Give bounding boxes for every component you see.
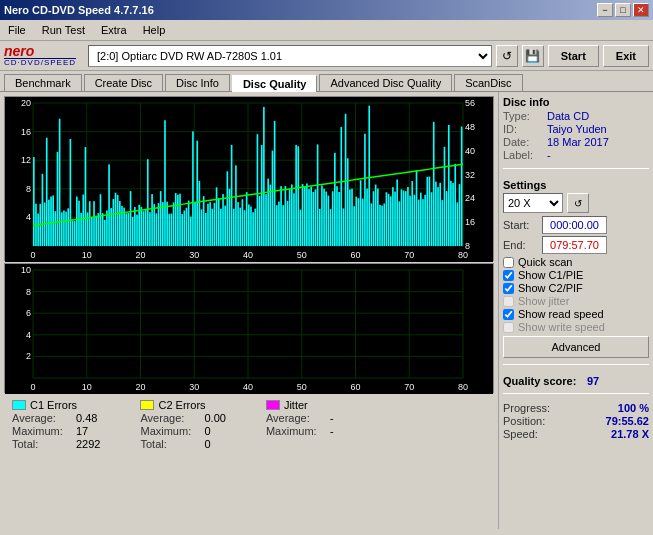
position-value: 79:55.62 (606, 415, 649, 427)
divider-3 (503, 393, 649, 394)
progress-value: 100 % (618, 402, 649, 414)
date-key: Date: (503, 136, 543, 148)
minimize-button[interactable]: − (597, 3, 613, 17)
advanced-button[interactable]: Advanced (503, 336, 649, 358)
label-key: Label: (503, 149, 543, 161)
c2-title: C2 Errors (158, 399, 205, 411)
refresh-button[interactable]: ↺ (496, 45, 518, 67)
settings-section: Settings 20 X ↺ Start: End: Quick scan (503, 179, 649, 358)
c1pie-checkbox[interactable] (503, 270, 514, 281)
id-key: ID: (503, 123, 543, 135)
tab-disc-info[interactable]: Disc Info (165, 74, 230, 91)
app-title: Nero CD-DVD Speed 4.7.7.16 (4, 4, 154, 16)
disc-info-title: Disc info (503, 96, 649, 108)
exit-button[interactable]: Exit (603, 45, 649, 67)
tab-disc-quality[interactable]: Disc Quality (232, 75, 318, 92)
jitter-color-box (266, 400, 280, 410)
menu-help[interactable]: Help (139, 22, 170, 38)
logo-top: nero (4, 44, 76, 58)
quality-row: Quality score: 97 (503, 375, 649, 387)
jitter-label: Show jitter (518, 295, 569, 307)
c1-maximum-label: Maximum: (12, 425, 72, 437)
divider-2 (503, 364, 649, 365)
progress-label: Progress: (503, 402, 550, 414)
speed-value: 21.78 X (611, 428, 649, 440)
read-speed-checkbox[interactable] (503, 309, 514, 320)
tab-advanced-disc-quality[interactable]: Advanced Disc Quality (319, 74, 452, 91)
menu-run-test[interactable]: Run Test (38, 22, 89, 38)
c2-total-label: Total: (140, 438, 200, 450)
c2-legend: C2 Errors Average: 0.00 Maximum: 0 Total… (140, 399, 225, 450)
save-button[interactable]: 💾 (522, 45, 544, 67)
c2pif-row: Show C2/PIF (503, 282, 649, 294)
divider-1 (503, 168, 649, 169)
c1pie-row: Show C1/PIE (503, 269, 649, 281)
menu-extra[interactable]: Extra (97, 22, 131, 38)
type-key: Type: (503, 110, 543, 122)
jitter-average-value: - (330, 412, 334, 424)
main-content: C1 Errors Average: 0.48 Maximum: 17 Tota… (0, 92, 653, 529)
nero-logo: nero CD·DVD/SPEED (4, 44, 76, 67)
close-button[interactable]: ✕ (633, 3, 649, 17)
c2pif-label: Show C2/PIF (518, 282, 583, 294)
c1-legend: C1 Errors Average: 0.48 Maximum: 17 Tota… (12, 399, 100, 450)
speed-refresh-button[interactable]: ↺ (567, 193, 589, 213)
c1-total-label: Total: (12, 438, 72, 450)
drive-selector[interactable]: [2:0] Optiarc DVD RW AD-7280S 1.01 (88, 45, 492, 67)
jitter-title: Jitter (284, 399, 308, 411)
tab-benchmark[interactable]: Benchmark (4, 74, 82, 91)
c2-maximum-value: 0 (204, 425, 210, 437)
c1-chart (4, 96, 494, 261)
start-button[interactable]: Start (548, 45, 599, 67)
read-speed-row: Show read speed (503, 308, 649, 320)
jitter-maximum-label: Maximum: (266, 425, 326, 437)
c2-average-label: Average: (140, 412, 200, 424)
legend-area: C1 Errors Average: 0.48 Maximum: 17 Tota… (4, 395, 494, 454)
title-bar: Nero CD-DVD Speed 4.7.7.16 − □ ✕ (0, 0, 653, 20)
c1-maximum-value: 17 (76, 425, 88, 437)
logo-bottom: CD·DVD/SPEED (4, 58, 76, 67)
toolbar: nero CD·DVD/SPEED [2:0] Optiarc DVD RW A… (0, 41, 653, 71)
type-value: Data CD (547, 110, 589, 122)
jitter-legend: Jitter Average: - Maximum: - (266, 399, 334, 450)
right-panel: Disc info Type: Data CD ID: Taiyo Yuden … (498, 92, 653, 529)
maximize-button[interactable]: □ (615, 3, 631, 17)
jitter-maximum-value: - (330, 425, 334, 437)
write-speed-checkbox[interactable] (503, 322, 514, 333)
quick-scan-checkbox[interactable] (503, 257, 514, 268)
speed-selector[interactable]: 20 X (503, 193, 563, 213)
quality-score-value: 97 (587, 375, 599, 387)
start-time-input[interactable] (542, 216, 607, 234)
menu-file[interactable]: File (4, 22, 30, 38)
c1-title: C1 Errors (30, 399, 77, 411)
end-time-input[interactable] (542, 236, 607, 254)
c2-chart (4, 263, 494, 393)
settings-title: Settings (503, 179, 649, 191)
label-value: - (547, 149, 551, 161)
c1-average-value: 0.48 (76, 412, 97, 424)
c2-average-value: 0.00 (204, 412, 225, 424)
position-label: Position: (503, 415, 545, 427)
tab-create-disc[interactable]: Create Disc (84, 74, 163, 91)
write-speed-label: Show write speed (518, 321, 605, 333)
id-value: Taiyo Yuden (547, 123, 607, 135)
c1-average-label: Average: (12, 412, 72, 424)
quick-scan-row: Quick scan (503, 256, 649, 268)
chart-area: C1 Errors Average: 0.48 Maximum: 17 Tota… (0, 92, 498, 529)
read-speed-label: Show read speed (518, 308, 604, 320)
menu-bar: File Run Test Extra Help (0, 20, 653, 41)
tab-scan-disc[interactable]: ScanDisc (454, 74, 522, 91)
c1-color-box (12, 400, 26, 410)
jitter-checkbox[interactable] (503, 296, 514, 307)
c2pif-checkbox[interactable] (503, 283, 514, 294)
c2-total-value: 0 (204, 438, 210, 450)
c2-color-box (140, 400, 154, 410)
disc-info-section: Disc info Type: Data CD ID: Taiyo Yuden … (503, 96, 649, 162)
end-time-label: End: (503, 239, 538, 251)
jitter-average-label: Average: (266, 412, 326, 424)
window-controls: − □ ✕ (597, 3, 649, 17)
quality-score-label: Quality score: (503, 375, 583, 387)
write-speed-row: Show write speed (503, 321, 649, 333)
quick-scan-label: Quick scan (518, 256, 572, 268)
jitter-row: Show jitter (503, 295, 649, 307)
